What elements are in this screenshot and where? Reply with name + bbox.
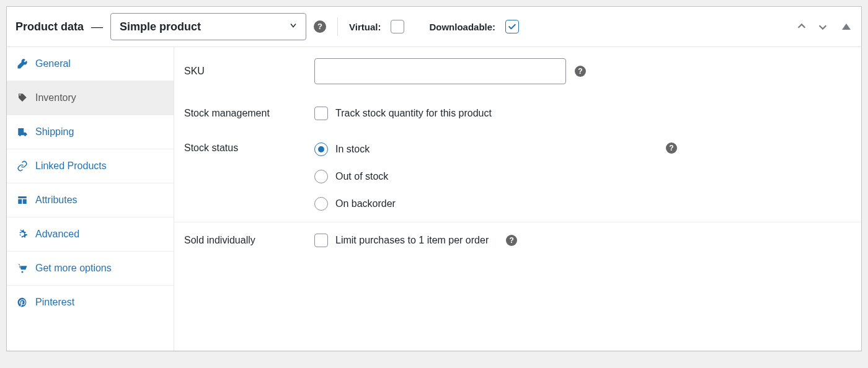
wrench-icon [17,58,28,69]
tab-general[interactable]: General [7,47,174,81]
header-title: Product data [16,20,84,33]
track-stock-checkbox[interactable] [314,107,328,120]
tag-icon [17,92,28,103]
tab-linked-products[interactable]: Linked Products [7,149,174,183]
stock-status-option-label: Out of stock [335,171,388,182]
header-divider [337,17,338,36]
tab-label: Inventory [35,92,76,103]
cart-arrow-icon [17,263,28,274]
tab-label: Attributes [35,195,78,206]
tab-label: Shipping [35,126,74,138]
tab-label: Linked Products [35,160,107,172]
tab-advanced[interactable]: Advanced [7,217,174,252]
move-down-button[interactable] [814,18,831,35]
tab-pinterest[interactable]: Pinterest [7,286,174,319]
sold-individually-label: Sold individually [184,235,314,246]
sku-help-icon[interactable]: ? [575,66,586,77]
stock-management-label: Stock management [184,108,314,119]
downloadable-checkbox[interactable] [505,20,519,33]
truck-icon [17,126,28,138]
inventory-panel: SKU ? Stock management Track stock quant… [174,47,861,351]
stock-status-help-icon[interactable]: ? [666,142,677,154]
track-stock-text: Track stock quantity for this product [335,108,492,119]
pinterest-icon [17,297,28,308]
stock-management-row: Stock management Track stock quantity fo… [174,95,861,131]
sold-individually-checkbox[interactable] [314,234,328,247]
sold-individually-help-icon[interactable]: ? [506,235,517,246]
sku-label: SKU [184,66,314,77]
triangle-up-icon [842,24,851,30]
product-type-help-icon[interactable]: ? [314,20,326,33]
virtual-label: Virtual: [349,22,381,32]
downloadable-label: Downloadable: [429,22,495,32]
stock-status-option-label: On backorder [335,198,396,209]
layout-icon [17,195,28,206]
stock-status-radio-group: In stock Out of stock On backorder [314,142,396,211]
tab-attributes[interactable]: Attributes [7,183,174,217]
sku-input[interactable] [314,58,566,84]
product-data-tabs: General Inventory Shipping Linked Produc… [7,47,174,351]
stock-status-label: Stock status [184,142,314,154]
stock-status-option-label: In stock [335,144,370,155]
sku-row: SKU ? [174,47,861,95]
chevron-down-icon [288,13,298,40]
stock-status-backorder-radio[interactable] [314,197,328,211]
product-data-header: Product data — Simple product ? Virtual:… [7,7,861,47]
tab-label: Advanced [35,229,79,240]
sold-individually-row: Sold individually Limit purchases to 1 i… [174,222,861,258]
header-dash: — [91,20,103,33]
header-handle-actions [793,18,852,35]
move-up-button[interactable] [793,18,810,35]
tab-get-more-options[interactable]: Get more options [7,252,174,286]
toggle-panel-button[interactable] [835,18,852,35]
link-icon [17,160,28,172]
stock-status-out-of-stock-radio[interactable] [314,170,328,183]
sold-individually-text: Limit purchases to 1 item per order [335,235,489,246]
virtual-checkbox[interactable] [391,20,404,33]
product-type-select[interactable]: Simple product [110,13,306,40]
tab-shipping[interactable]: Shipping [7,115,174,149]
gear-icon [17,229,28,240]
tab-label: Get more options [35,263,112,274]
product-data-body: General Inventory Shipping Linked Produc… [7,47,861,351]
tab-label: Pinterest [35,297,74,308]
tab-inventory[interactable]: Inventory [7,81,174,115]
product-data-metabox: Product data — Simple product ? Virtual:… [6,6,862,351]
stock-status-in-stock-radio[interactable] [314,142,328,156]
tab-label: General [35,58,71,69]
stock-status-row: Stock status In stock Out of stock [174,131,861,222]
product-type-value: Simple product [120,13,201,40]
